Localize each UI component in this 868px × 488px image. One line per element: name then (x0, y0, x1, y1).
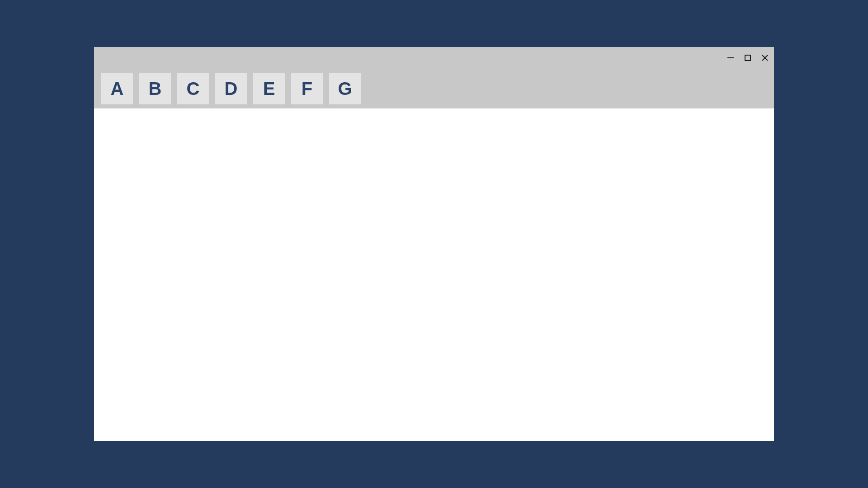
toolbar-button-a[interactable]: A (101, 73, 133, 104)
svg-rect-1 (745, 55, 750, 61)
toolbar-button-c[interactable]: C (177, 73, 209, 104)
toolbar-button-label: G (338, 79, 352, 99)
toolbar-button-d[interactable]: D (215, 73, 247, 104)
titlebar (94, 47, 774, 69)
toolbar-button-label: B (149, 79, 162, 99)
toolbar-button-e[interactable]: E (253, 73, 285, 104)
svg-rect-0 (727, 57, 734, 58)
close-button[interactable] (760, 53, 769, 62)
application-window: A B C D E F G (94, 47, 774, 441)
toolbar-button-label: A (111, 79, 124, 99)
toolbar-button-label: D (225, 79, 238, 99)
close-icon (761, 54, 769, 61)
minimize-icon (727, 54, 734, 61)
minimize-button[interactable] (726, 53, 735, 62)
toolbar-button-b[interactable]: B (139, 73, 171, 104)
maximize-icon (745, 55, 751, 61)
toolbar-button-label: F (302, 79, 312, 99)
toolbar-button-label: C (187, 79, 200, 99)
toolbar-button-label: E (263, 79, 275, 99)
toolbar-button-f[interactable]: F (291, 73, 323, 104)
toolbar: A B C D E F G (94, 69, 774, 108)
content-area (94, 108, 774, 441)
window-controls (726, 53, 769, 62)
maximize-button[interactable] (743, 53, 752, 62)
toolbar-button-g[interactable]: G (329, 73, 361, 104)
